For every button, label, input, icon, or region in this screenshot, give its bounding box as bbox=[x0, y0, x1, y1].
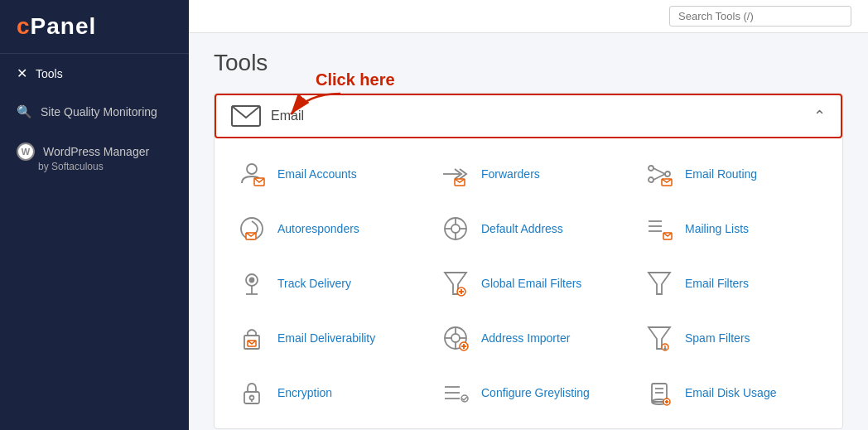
main-content: Tools Email Click here bbox=[189, 0, 868, 430]
sidebar-item-sqm[interactable]: 🔍 Site Quality Monitoring bbox=[0, 93, 189, 131]
sidebar-wp-sub: by Softaculous bbox=[38, 161, 172, 172]
autoresponders-label: Autoresponders bbox=[277, 222, 359, 235]
track-delivery-icon bbox=[236, 268, 268, 299]
email-section-title: Email bbox=[271, 109, 304, 123]
email-section-header[interactable]: Email Click here ⌃ bbox=[215, 94, 842, 138]
tool-item-default-address[interactable]: Default Address bbox=[427, 201, 630, 256]
tool-item-configure-greylisting[interactable]: Configure Greylisting bbox=[427, 365, 630, 420]
sidebar-tools-label: Tools bbox=[36, 67, 63, 80]
sidebar-item-wp[interactable]: W WordPress Manager by Softaculous bbox=[0, 131, 189, 184]
tool-item-forwarders[interactable]: Forwarders bbox=[427, 147, 630, 201]
svg-point-48 bbox=[664, 348, 666, 350]
page-title: Tools bbox=[214, 50, 843, 76]
tool-item-mailing-lists[interactable]: Mailing Lists bbox=[630, 201, 834, 256]
email-disk-usage-label: Email Disk Usage bbox=[685, 386, 776, 399]
envelope-icon bbox=[231, 105, 261, 127]
sidebar-wp-label: WordPress Manager bbox=[43, 145, 149, 158]
svg-point-37 bbox=[451, 334, 460, 342]
email-deliverability-icon bbox=[236, 322, 268, 354]
tool-item-track-delivery[interactable]: Track Delivery bbox=[223, 256, 427, 311]
wp-icon: W bbox=[17, 143, 35, 161]
encryption-label: Encryption bbox=[277, 386, 332, 399]
svg-point-50 bbox=[250, 396, 254, 400]
cpanel-logo: cPanel bbox=[17, 13, 172, 40]
svg-point-8 bbox=[665, 172, 670, 176]
address-importer-label: Address Importer bbox=[481, 331, 570, 345]
svg-line-9 bbox=[653, 168, 665, 174]
click-here-annotation: Click here bbox=[316, 70, 395, 123]
sidebar: cPanel ✕ Tools 🔍 Site Quality Monitoring… bbox=[0, 0, 189, 430]
email-deliverability-label: Email Deliverability bbox=[277, 331, 375, 345]
email-routing-label: Email Routing bbox=[685, 167, 757, 181]
email-accounts-icon bbox=[236, 158, 268, 190]
tools-icon: ✕ bbox=[17, 65, 27, 81]
tool-item-autoresponders[interactable]: Autoresponders bbox=[223, 201, 427, 256]
email-filters-label: Email Filters bbox=[685, 277, 749, 290]
mailing-lists-icon bbox=[644, 213, 675, 244]
default-address-icon bbox=[440, 213, 471, 244]
email-filters-icon bbox=[644, 268, 675, 299]
tool-item-spam-filters[interactable]: Spam Filters bbox=[630, 311, 834, 365]
svg-point-6 bbox=[649, 166, 653, 171]
tool-item-global-email-filters[interactable]: Global Email Filters bbox=[427, 256, 630, 311]
svg-marker-31 bbox=[649, 273, 670, 294]
sidebar-item-tools[interactable]: ✕ Tools bbox=[0, 54, 189, 93]
email-disk-usage-icon bbox=[644, 377, 675, 408]
collapse-icon[interactable]: ⌃ bbox=[813, 107, 826, 125]
email-accounts-label: Email Accounts bbox=[277, 167, 357, 181]
svg-point-2 bbox=[247, 164, 257, 174]
configure-greylisting-label: Configure Greylisting bbox=[481, 386, 590, 399]
tool-item-address-importer[interactable]: Address Importer bbox=[427, 311, 630, 365]
tool-item-email-disk-usage[interactable]: Email Disk Usage bbox=[630, 365, 834, 420]
address-importer-icon bbox=[440, 322, 471, 354]
spam-filters-label: Spam Filters bbox=[685, 331, 750, 345]
sqm-icon: 🔍 bbox=[17, 104, 32, 119]
search-input[interactable] bbox=[669, 6, 851, 27]
encryption-icon bbox=[236, 377, 268, 408]
email-header-left: Email bbox=[231, 105, 304, 127]
configure-greylisting-icon bbox=[440, 377, 471, 408]
global-email-filters-label: Global Email Filters bbox=[481, 277, 581, 290]
global-email-filters-icon bbox=[440, 268, 471, 299]
tool-item-email-routing[interactable]: Email Routing bbox=[630, 147, 834, 201]
svg-point-7 bbox=[649, 177, 653, 182]
svg-point-15 bbox=[451, 225, 460, 233]
email-routing-icon bbox=[644, 158, 675, 190]
tool-item-encryption[interactable]: Encryption bbox=[223, 365, 427, 420]
tool-item-email-filters[interactable]: Email Filters bbox=[630, 256, 834, 311]
track-delivery-label: Track Delivery bbox=[277, 277, 351, 290]
tools-grid: Email Accounts Forwarders bbox=[215, 138, 842, 428]
sidebar-logo: cPanel bbox=[0, 0, 189, 54]
tool-item-email-accounts[interactable]: Email Accounts bbox=[223, 147, 427, 201]
svg-point-25 bbox=[250, 278, 254, 283]
mailing-lists-label: Mailing Lists bbox=[685, 222, 749, 235]
autoresponders-icon bbox=[236, 213, 268, 244]
content-area: Tools Email Click here bbox=[189, 33, 868, 430]
header bbox=[189, 0, 868, 33]
forwarders-label: Forwarders bbox=[481, 167, 540, 181]
tool-item-email-deliverability[interactable]: Email Deliverability bbox=[223, 311, 427, 365]
forwarders-icon bbox=[440, 158, 471, 190]
sidebar-sqm-label: Site Quality Monitoring bbox=[41, 105, 157, 118]
spam-filters-icon bbox=[644, 322, 675, 354]
default-address-label: Default Address bbox=[481, 222, 563, 235]
email-section: Email Click here ⌃ bbox=[214, 93, 843, 429]
